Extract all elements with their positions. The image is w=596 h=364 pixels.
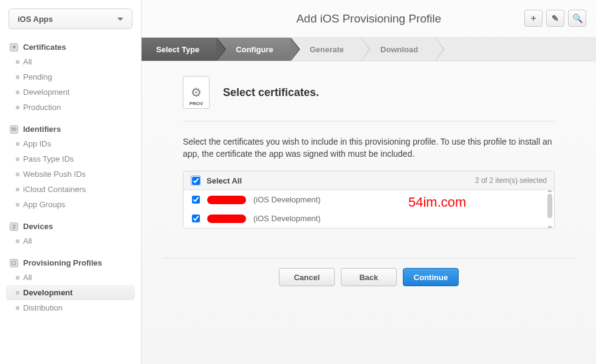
scroll-down-icon: [547, 226, 552, 228]
sidebar-header-label: Provisioning Profiles: [23, 258, 102, 267]
sidebar-item-pass-type-ids[interactable]: Pass Type IDs: [0, 151, 141, 167]
sidebar-item-app-ids[interactable]: App IDs: [0, 136, 141, 151]
sidebar-item-label: Website Push IDs: [23, 170, 86, 179]
plus-icon: ＋: [529, 13, 538, 24]
step-label: Download: [380, 45, 418, 54]
sidebar-item-label: App IDs: [23, 139, 51, 148]
step-label: Select Type: [156, 45, 199, 54]
certificate-checkbox[interactable]: [192, 215, 200, 222]
sidebar-item-label: Development: [23, 288, 73, 297]
chevron-down-icon: [117, 18, 123, 21]
sidebar-item-cert-development[interactable]: Development: [0, 84, 141, 100]
topbar: Add iOS Provisioning Profile ＋ ✎ 🔍: [142, 0, 596, 38]
sidebar-item-label: All: [23, 236, 32, 246]
step-select-type[interactable]: Select Type: [142, 38, 216, 61]
footer-actions: Cancel Back Continue: [162, 258, 575, 296]
sidebar-item-label: App Groups: [23, 200, 65, 209]
cancel-button[interactable]: Cancel: [279, 268, 335, 286]
certificate-type: (iOS Development): [253, 195, 321, 204]
content: ⚙ PROV Select certificates. Select the c…: [142, 61, 596, 364]
sidebar-section-profiles: ▢ Provisioning Profiles All Development …: [0, 256, 141, 315]
certificate-row[interactable]: (iOS Development): [183, 190, 554, 209]
provisioning-file-icon: ⚙ PROV: [183, 76, 210, 109]
page-title: Add iOS Provisioning Profile: [296, 12, 442, 26]
sidebar-item-cert-all[interactable]: All: [0, 54, 141, 69]
topbar-actions: ＋ ✎ 🔍: [524, 10, 586, 27]
id-icon: ID: [10, 125, 18, 134]
select-all-checkbox[interactable]: [191, 176, 200, 185]
certificate-list-body: (iOS Development) (iOS Development) 54im…: [183, 190, 554, 228]
section-description: Select the certificates you wish to incl…: [162, 122, 575, 171]
step-label: Configure: [236, 45, 273, 54]
certificate-list-header: Select All 2 of 2 item(s) selected: [183, 171, 554, 190]
select-all-input[interactable]: [192, 177, 200, 185]
sidebar-item-label: Pending: [23, 72, 52, 81]
sidebar-item-label: Pass Type IDs: [23, 154, 74, 163]
sidebar-item-profiles-all[interactable]: All: [0, 270, 141, 285]
search-button[interactable]: 🔍: [568, 10, 586, 27]
sidebar-item-profiles-distribution[interactable]: Distribution: [0, 300, 141, 315]
sidebar-section-certificates: ✶ Certificates All Pending Development P…: [0, 40, 141, 115]
select-all-label: Select All: [207, 176, 242, 185]
step-configure[interactable]: Configure: [216, 38, 290, 61]
certificate-type: (iOS Development): [253, 214, 321, 223]
sidebar-item-label: Production: [23, 103, 61, 112]
platform-selector-label: iOS Apps: [18, 15, 53, 24]
search-icon: 🔍: [572, 13, 583, 23]
cert-icon: ✶: [10, 43, 18, 52]
section-header: ⚙ PROV Select certificates.: [183, 61, 555, 122]
gear-icon: ⚙: [191, 86, 202, 98]
sidebar-section-identifiers: ID Identifiers App IDs Pass Type IDs Web…: [0, 122, 141, 212]
sidebar-item-label: Distribution: [23, 303, 63, 312]
sidebar-header-profiles[interactable]: ▢ Provisioning Profiles: [0, 256, 141, 270]
sidebar-header-label: Devices: [23, 222, 53, 231]
sidebar: iOS Apps ✶ Certificates All Pending Deve…: [0, 0, 142, 364]
sidebar-header-label: Identifiers: [23, 125, 61, 134]
edit-icon: ✎: [552, 13, 559, 23]
certificate-checkbox[interactable]: [192, 196, 200, 204]
sidebar-item-devices-all[interactable]: All: [0, 233, 141, 249]
redacted-name: [207, 215, 246, 223]
sidebar-item-label: Development: [23, 88, 70, 97]
sidebar-header-devices[interactable]: ▯ Devices: [0, 219, 141, 233]
device-icon: ▯: [10, 222, 18, 231]
platform-selector[interactable]: iOS Apps: [9, 9, 132, 29]
scrollbar[interactable]: [547, 190, 552, 228]
sidebar-item-label: All: [23, 273, 32, 282]
sidebar-item-app-groups[interactable]: App Groups: [0, 197, 141, 212]
continue-button[interactable]: Continue: [403, 268, 459, 286]
redacted-name: [207, 196, 246, 204]
step-download: Download: [361, 38, 435, 61]
wizard-steps: Select Type Configure Generate Download: [142, 38, 596, 61]
sidebar-header-label: Certificates: [23, 43, 66, 52]
step-label: Generate: [310, 45, 344, 54]
sidebar-item-website-push-ids[interactable]: Website Push IDs: [0, 167, 141, 182]
certificate-list: Select All 2 of 2 item(s) selected (iOS …: [183, 171, 555, 228]
back-button[interactable]: Back: [341, 268, 397, 286]
sidebar-item-cert-pending[interactable]: Pending: [0, 69, 141, 84]
add-button[interactable]: ＋: [524, 10, 543, 27]
sidebar-item-icloud-containers[interactable]: iCloud Containers: [0, 182, 141, 197]
prov-icon: ▢: [10, 259, 18, 267]
sidebar-item-profiles-development[interactable]: Development: [6, 285, 135, 300]
scroll-up-icon: [547, 190, 552, 192]
sidebar-item-label: All: [23, 57, 32, 66]
prov-badge: PROV: [190, 101, 204, 106]
selected-count: 2 of 2 item(s) selected: [475, 176, 547, 185]
section-heading: Select certificates.: [223, 86, 319, 99]
sidebar-item-cert-production[interactable]: Production: [0, 100, 141, 115]
edit-button[interactable]: ✎: [546, 10, 564, 27]
step-generate: Generate: [290, 38, 361, 61]
sidebar-header-identifiers[interactable]: ID Identifiers: [0, 122, 141, 136]
sidebar-item-label: iCloud Containers: [23, 185, 86, 194]
sidebar-header-certificates[interactable]: ✶ Certificates: [0, 40, 141, 54]
certificate-row[interactable]: (iOS Development): [183, 209, 554, 228]
sidebar-section-devices: ▯ Devices All: [0, 219, 141, 249]
main-area: Add iOS Provisioning Profile ＋ ✎ 🔍 Selec…: [142, 0, 596, 364]
